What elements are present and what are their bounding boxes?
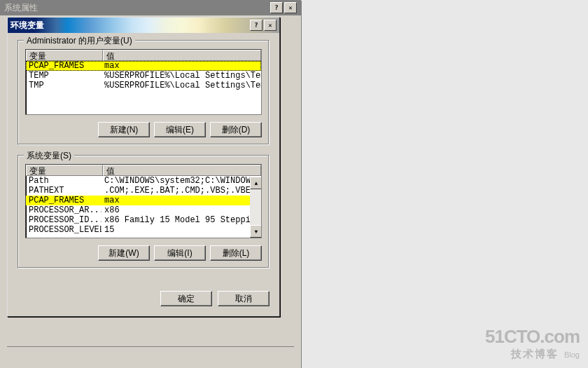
- var-value: C:\WINDOWS\system32;C:\WINDOWS;...: [102, 176, 261, 186]
- list-header: 变量 值: [26, 50, 261, 61]
- cancel-button[interactable]: 取消: [218, 291, 270, 306]
- list-header: 变量 值: [26, 165, 261, 176]
- list-item[interactable]: PATHEXT.COM;.EXE;.BAT;.CMD;.VBS;.VBE;...: [26, 186, 261, 196]
- scroll-track[interactable]: [250, 189, 261, 225]
- env-title: 环境变量: [10, 20, 44, 32]
- edit-user-var-button[interactable]: 编辑(E): [154, 122, 206, 137]
- system-variables-group: 系统变量(S) 变量 值 PathC:\WINDOWS\system32;C:\…: [18, 155, 270, 268]
- var-value: .COM;.EXE;.BAT;.CMD;.VBS;.VBE;...: [102, 186, 261, 196]
- user-variables-list[interactable]: 变量 值 PCAP_FRAMESmaxTEMP%USERPROFILE%\Loc…: [25, 49, 262, 115]
- new-sys-var-button[interactable]: 新建(W): [98, 245, 150, 261]
- parent-dialog-bottom: [7, 346, 294, 368]
- watermark-blog: Blog: [564, 350, 580, 359]
- var-name: TEMP: [26, 71, 102, 81]
- var-name: Path: [26, 176, 102, 186]
- environment-variables-dialog: 环境变量 ? ✕ Administrator 的用户变量(U) 变量 值 PCA…: [7, 17, 280, 317]
- col-value[interactable]: 值: [103, 50, 261, 61]
- var-value: max: [102, 196, 261, 205]
- watermark-logo: 51CTO.com: [485, 326, 580, 348]
- system-variables-list[interactable]: 变量 值 PathC:\WINDOWS\system32;C:\WINDOWS;…: [25, 164, 262, 238]
- user-vars-legend: Administrator 的用户变量(U): [24, 35, 135, 47]
- scrollbar-vertical[interactable]: ▲ ▼: [250, 177, 261, 238]
- help-button[interactable]: ?: [250, 20, 262, 31]
- parent-titlebar: 系统属性 ? ✕: [0, 0, 301, 15]
- var-value: 15: [102, 225, 261, 235]
- sys-vars-legend: 系统变量(S): [24, 150, 74, 162]
- col-variable[interactable]: 变量: [26, 50, 103, 61]
- list-item[interactable]: PROCESSOR_AR...x86: [26, 205, 261, 215]
- watermark-tagline: 技术博客: [511, 348, 559, 360]
- col-value[interactable]: 值: [103, 165, 261, 176]
- scroll-up-icon[interactable]: ▲: [250, 177, 262, 189]
- system-properties-dialog: 系统属性 ? ✕ 环境变量 ? ✕ Administrator 的用户变量(U)…: [0, 0, 301, 368]
- close-button[interactable]: ✕: [284, 2, 297, 13]
- watermark: 51CTO.com 技术博客Blog: [485, 326, 580, 361]
- var-name: PROCESSOR_LEVEL: [26, 225, 102, 235]
- list-item[interactable]: PROCESSOR_ID...x86 Family 15 Model 95 St…: [26, 215, 261, 225]
- list-item[interactable]: PCAP_FRAMESmax: [26, 61, 261, 71]
- var-value: %USERPROFILE%\Local Settings\Temp: [102, 81, 261, 90]
- list-item[interactable]: PROCESSOR_LEVEL15: [26, 225, 261, 235]
- var-value: x86 Family 15 Model 95 Stepping...: [102, 215, 261, 225]
- list-item[interactable]: TEMP%USERPROFILE%\Local Settings\Temp: [26, 71, 261, 81]
- help-button[interactable]: ?: [270, 2, 283, 13]
- new-user-var-button[interactable]: 新建(N): [98, 122, 150, 137]
- edit-sys-var-button[interactable]: 编辑(I): [154, 245, 206, 261]
- var-value: max: [102, 61, 261, 71]
- var-name: PATHEXT: [26, 186, 102, 196]
- list-item[interactable]: PCAP_FRAMESmax: [26, 196, 261, 205]
- var-name: PROCESSOR_ID...: [26, 215, 102, 225]
- var-value: %USERPROFILE%\Local Settings\Temp: [102, 71, 261, 81]
- col-variable[interactable]: 变量: [26, 165, 103, 176]
- scroll-down-icon[interactable]: ▼: [250, 225, 262, 238]
- delete-sys-var-button[interactable]: 删除(L): [210, 245, 262, 261]
- user-variables-group: Administrator 的用户变量(U) 变量 值 PCAP_FRAMESm…: [18, 40, 270, 145]
- var-name: PCAP_FRAMES: [26, 61, 102, 71]
- list-item[interactable]: PathC:\WINDOWS\system32;C:\WINDOWS;...: [26, 176, 261, 186]
- var-name: TMP: [26, 81, 102, 90]
- delete-user-var-button[interactable]: 删除(D): [210, 122, 262, 137]
- list-item[interactable]: TMP%USERPROFILE%\Local Settings\Temp: [26, 81, 261, 90]
- var-value: x86: [102, 205, 261, 215]
- var-name: PCAP_FRAMES: [26, 196, 102, 205]
- close-button[interactable]: ✕: [264, 20, 276, 31]
- ok-button[interactable]: 确定: [160, 291, 212, 306]
- var-name: PROCESSOR_AR...: [26, 205, 102, 215]
- parent-title: 系统属性: [4, 2, 38, 14]
- env-titlebar[interactable]: 环境变量 ? ✕: [8, 18, 279, 33]
